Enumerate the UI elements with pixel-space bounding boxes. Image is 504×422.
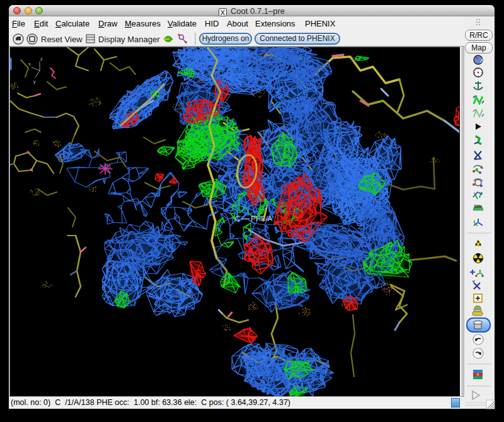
svg-text:Side: Side xyxy=(474,204,482,208)
